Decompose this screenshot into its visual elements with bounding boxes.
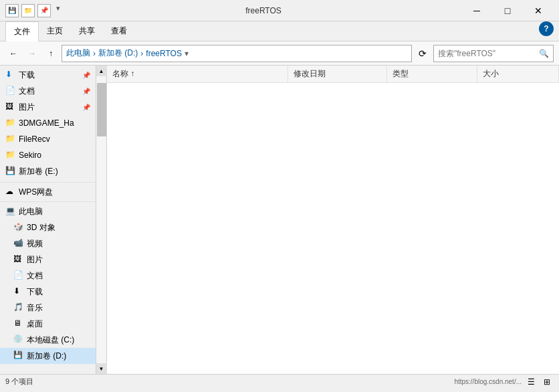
sidebar-item-desktop[interactable]: 🖥 桌面 (0, 316, 96, 332)
sidebar-item-disk-d[interactable]: 💾 新加卷 (D:) (0, 348, 96, 364)
file-table: 名称 ↑ 修改日期 类型 大小 (107, 66, 559, 83)
sidebar-item-filerecv[interactable]: 📁 FileRecv (0, 131, 96, 147)
refresh-button[interactable]: ⟳ (415, 45, 431, 62)
sidebar-item-this-pc[interactable]: 💻 此电脑 (0, 203, 96, 219)
sidebar-item-documents2[interactable]: 📄 文档 (0, 268, 96, 284)
breadcrumb-folder[interactable]: freeRTOS (146, 49, 182, 58)
status-right: https://blog.csdn.net/... ☰ ⊞ (454, 375, 554, 389)
address-bar: ← → ↑ 此电脑 › 新加卷 (D:) › freeRTOS ▾ ⟳ 🔍 (0, 41, 559, 66)
folder-icon-filerecv: 📁 (5, 134, 16, 144)
sidebar-item-3d-objects[interactable]: 🎲 3D 对象 (0, 219, 96, 235)
help-button[interactable]: ? (539, 21, 554, 36)
sidebar-label-music: 音乐 (27, 302, 90, 314)
window-icon-folder[interactable]: 📁 (21, 4, 35, 17)
sidebar-item-music[interactable]: 🎵 音乐 (0, 300, 96, 316)
sidebar-label-documents2: 文档 (27, 270, 90, 282)
view-grid-button[interactable]: ⊞ (540, 375, 554, 389)
forward-button[interactable]: → (24, 45, 40, 62)
pictures2-icon: 🖼 (13, 254, 24, 265)
sidebar-label-disk-d: 新加卷 (D:) (27, 351, 90, 362)
sidebar-label-pictures2: 图片 (27, 254, 90, 266)
sidebar-label-downloads2: 下载 (27, 286, 90, 298)
view-list-button[interactable]: ☰ (524, 375, 538, 389)
sidebar-item-drive-e[interactable]: 💾 新加卷 (E:) (0, 163, 96, 179)
drive-icon-e: 💾 (5, 166, 16, 177)
breadcrumb-arrow-2: › (140, 49, 143, 58)
quick-access-section: ⬇ 下载 📌 📄 文档 📌 🖼 图片 📌 📁 3DMGAME_Ha (0, 66, 96, 181)
sidebar-item-downloads[interactable]: ⬇ 下载 📌 (0, 67, 96, 83)
scroll-track[interactable] (96, 76, 106, 363)
col-header-name[interactable]: 名称 ↑ (107, 66, 288, 83)
sidebar-wrapper: ⬇ 下载 📌 📄 文档 📌 🖼 图片 📌 📁 3DMGAME_Ha (0, 66, 107, 374)
sidebar-item-documents[interactable]: 📄 文档 📌 (0, 83, 96, 99)
this-pc-icon: 💻 (5, 206, 16, 217)
sidebar-item-pictures2[interactable]: 🖼 图片 (0, 252, 96, 268)
title-dropdown-arrow[interactable]: ▾ (56, 4, 60, 17)
video-icon: 📹 (13, 238, 24, 249)
window-icon-save[interactable]: 💾 (5, 4, 19, 17)
breadcrumb-computer[interactable]: 此电脑 (66, 47, 90, 59)
sidebar-label-downloads: 下载 (19, 70, 80, 81)
col-header-date[interactable]: 修改日期 (288, 66, 387, 83)
file-area: 名称 ↑ 修改日期 类型 大小 (107, 66, 559, 374)
breadcrumb-dropdown[interactable]: ▾ (185, 49, 189, 58)
tab-share[interactable]: 共享 (71, 21, 103, 41)
col-header-size[interactable]: 大小 (477, 66, 559, 83)
search-icon: 🔍 (539, 49, 549, 58)
disk-c-icon: 💿 (13, 334, 24, 345)
sidebar-item-3dmgame[interactable]: 📁 3DMGAME_Ha (0, 115, 96, 131)
tab-file[interactable]: 文件 (5, 21, 39, 41)
folder-icon-3dmgame: 📁 (5, 118, 16, 128)
sidebar-label-3d: 3D 对象 (27, 222, 90, 233)
sidebar-label-desktop: 桌面 (27, 318, 90, 330)
sidebar-label-disk-c: 本地磁盘 (C:) (27, 334, 90, 346)
pin-icon-doc: 📌 (82, 88, 90, 95)
document-icon: 📄 (5, 86, 16, 96)
watermark: https://blog.csdn.net/... (454, 378, 522, 385)
close-button[interactable]: ✕ (523, 0, 554, 21)
title-bar: 💾 📁 📌 ▾ freeRTOS ─ □ ✕ (0, 0, 559, 21)
tab-view[interactable]: 查看 (103, 21, 135, 41)
sidebar-scrollbar[interactable]: ▲ ▼ (96, 66, 106, 374)
divider-2 (0, 201, 96, 202)
search-box[interactable]: 🔍 (433, 45, 554, 62)
scroll-up-arrow[interactable]: ▲ (96, 66, 107, 76)
sidebar-item-wps[interactable]: ☁ WPS网盘 (0, 184, 96, 200)
window-title: freeRTOS (66, 6, 461, 15)
documents2-icon: 📄 (13, 270, 24, 281)
tab-home[interactable]: 主页 (39, 21, 71, 41)
scroll-down-arrow[interactable]: ▼ (96, 363, 107, 374)
folder-icon-sekiro: 📁 (5, 150, 16, 161)
minimize-button[interactable]: ─ (461, 0, 492, 21)
maximize-button[interactable]: □ (492, 0, 523, 21)
title-bar-icons: 💾 📁 📌 ▾ (5, 4, 60, 17)
scroll-thumb[interactable] (97, 83, 106, 136)
sidebar-item-downloads2[interactable]: ⬇ 下载 (0, 284, 96, 300)
breadcrumb[interactable]: 此电脑 › 新加卷 (D:) › freeRTOS ▾ (62, 45, 412, 62)
status-bar: 9 个项目 https://blog.csdn.net/... ☰ ⊞ (0, 374, 559, 389)
main-layout: ⬇ 下载 📌 📄 文档 📌 🖼 图片 📌 📁 3DMGAME_Ha (0, 66, 559, 374)
disk-d-icon: 💾 (13, 351, 24, 361)
wps-icon: ☁ (5, 187, 16, 197)
music-icon: 🎵 (13, 302, 24, 313)
sidebar-item-video[interactable]: 📹 视频 (0, 235, 96, 252)
col-header-type[interactable]: 类型 (387, 66, 477, 83)
file-table-header: 名称 ↑ 修改日期 类型 大小 (107, 66, 559, 83)
breadcrumb-drive[interactable]: 新加卷 (D:) (98, 47, 138, 59)
pin-icon-pic: 📌 (82, 104, 90, 111)
breadcrumb-arrow-1: › (93, 49, 96, 58)
up-button[interactable]: ↑ (43, 45, 59, 62)
sidebar-item-pictures[interactable]: 🖼 图片 📌 (0, 99, 96, 115)
back-button[interactable]: ← (5, 45, 21, 62)
sidebar-label-video: 视频 (27, 238, 90, 250)
sidebar-label-pictures: 图片 (19, 102, 80, 113)
search-input[interactable] (438, 49, 536, 58)
sidebar: ⬇ 下载 📌 📄 文档 📌 🖼 图片 📌 📁 3DMGAME_Ha (0, 66, 96, 374)
window-icon-pin[interactable]: 📌 (37, 4, 51, 17)
sidebar-label-drive-e: 新加卷 (E:) (19, 166, 90, 177)
3d-icon: 🎲 (13, 222, 24, 233)
sidebar-label-filerecv: FileRecv (19, 134, 90, 144)
sidebar-item-sekiro[interactable]: 📁 Sekiro (0, 147, 96, 163)
sidebar-label-3dmgame: 3DMGAME_Ha (19, 118, 90, 128)
sidebar-item-disk-c[interactable]: 💿 本地磁盘 (C:) (0, 332, 96, 348)
